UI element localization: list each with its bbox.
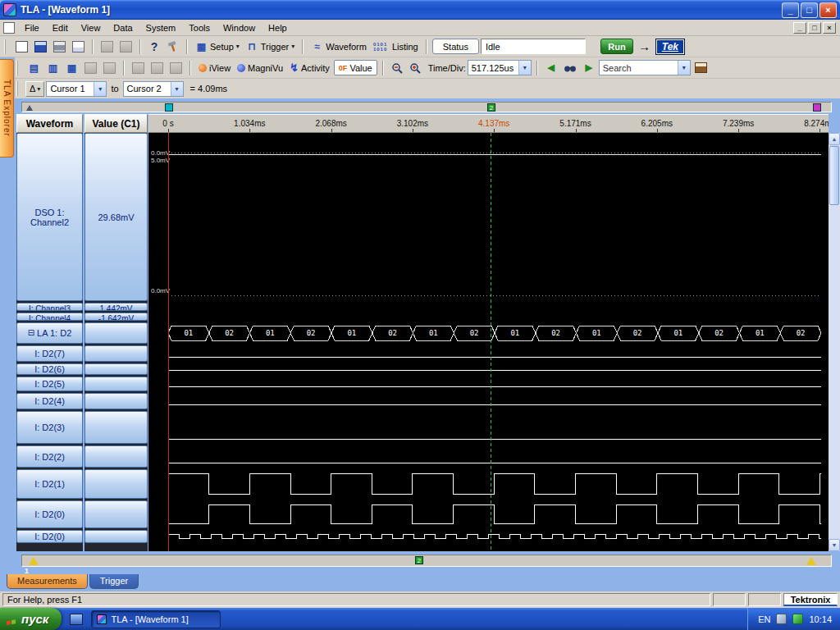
toolbar-grip[interactable] — [16, 81, 21, 96]
waveform-button[interactable]: ≈ Waveform — [308, 39, 369, 55]
row-value-4[interactable] — [84, 345, 148, 362]
language-indicator[interactable]: EN — [758, 614, 770, 624]
row-label-11[interactable]: I: D2(0) — [16, 500, 83, 528]
tray-icon-2[interactable] — [792, 614, 803, 624]
delta-measure-button[interactable]: Δ ▾ — [25, 81, 44, 97]
menu-system[interactable]: System — [139, 21, 183, 34]
value-button[interactable]: 0F Value — [334, 60, 377, 75]
row-value-8[interactable] — [84, 411, 148, 444]
row-value-6[interactable] — [84, 377, 148, 391]
save-button[interactable] — [32, 39, 49, 55]
minimize-button[interactable]: _ — [782, 2, 799, 18]
scroll-down-icon[interactable]: ▼ — [829, 539, 840, 551]
row-value-12[interactable] — [84, 530, 148, 543]
task-button-tla[interactable]: TLA - [Waveform 1] — [91, 610, 221, 628]
new-document-button[interactable] — [13, 39, 30, 55]
tray-icon-1[interactable] — [776, 614, 787, 624]
tools-hammer-icon[interactable] — [164, 39, 181, 55]
row-label-10[interactable]: I: D2(1) — [16, 469, 83, 499]
print-button[interactable] — [51, 39, 68, 55]
row-label-2[interactable]: I: Channel4 — [16, 313, 83, 321]
titlebar[interactable]: TLA - [Waveform 1] _ □ × — [0, 0, 840, 20]
chevron-down-icon[interactable]: ▾ — [678, 61, 690, 75]
lock-button[interactable] — [101, 60, 118, 76]
menu-tools[interactable]: Tools — [182, 21, 217, 34]
mdi-restore-button[interactable]: □ — [808, 22, 821, 34]
copy-button[interactable] — [98, 39, 116, 55]
maximize-button[interactable]: □ — [801, 2, 818, 18]
start-button[interactable]: пуск — [0, 608, 62, 630]
mark2-handle[interactable]: 2 — [415, 556, 423, 564]
bottom-marker-bar[interactable]: 2 — [21, 555, 832, 567]
paste-button[interactable] — [117, 39, 135, 55]
row-label-7[interactable]: I: D2(4) — [16, 393, 83, 409]
row-value-10[interactable] — [84, 469, 148, 499]
row-label-8[interactable]: I: D2(3) — [16, 411, 83, 444]
menu-edit[interactable]: Edit — [46, 21, 75, 34]
row-label-4[interactable]: I: D2(7) — [16, 345, 83, 362]
zoom-out-button[interactable] — [389, 60, 405, 76]
row-label-5[interactable]: I: D2(6) — [16, 363, 83, 375]
cursor2-select[interactable]: Cursor 2 ▾ — [123, 81, 184, 97]
waveform-plot[interactable]: 0.0mV5.0mV0.0mV0102010201020102010201020… — [148, 133, 829, 551]
timediv-select[interactable]: 517.125us ▾ — [468, 60, 532, 75]
row-label-3[interactable]: ⊟LA 1: D2 — [16, 322, 83, 344]
cursor1-handle[interactable] — [29, 557, 39, 565]
bus-expand-icon[interactable]: ⊟ — [28, 328, 34, 338]
top-marker-0[interactable] — [165, 103, 173, 112]
listing-button[interactable]: 01011010 Listing — [371, 39, 421, 55]
mdi-minimize-button[interactable]: _ — [793, 22, 806, 34]
vertical-scrollbar[interactable]: ▲ ▼ — [829, 133, 840, 551]
add-waveform-button[interactable]: ▤ — [25, 60, 43, 76]
close-button[interactable]: × — [819, 2, 837, 18]
chevron-down-icon[interactable]: ▾ — [518, 61, 531, 75]
edit-waveform-button[interactable]: ▥ — [44, 60, 62, 76]
row-value-7[interactable] — [84, 393, 148, 409]
menu-file[interactable]: File — [18, 21, 46, 34]
row-label-0[interactable]: DSO 1: Channel2 — [16, 133, 83, 301]
magnivu-button[interactable]: MagniVu — [235, 60, 285, 76]
row-value-11[interactable] — [84, 500, 148, 528]
find-next-button[interactable]: ▶ — [581, 60, 597, 76]
quick-launch-icon[interactable] — [70, 614, 83, 625]
zoom-in-button[interactable] — [407, 60, 423, 76]
value-column-header[interactable]: Value (C1) — [84, 114, 148, 133]
find-button[interactable] — [561, 60, 579, 76]
print-preview-button[interactable] — [70, 39, 87, 55]
tla-explorer-tab[interactable]: TLA Explorer — [0, 59, 14, 158]
waveform-column-header[interactable]: Waveform — [16, 114, 83, 133]
row-value-9[interactable] — [84, 445, 148, 468]
scrollbar-thumb[interactable] — [829, 146, 839, 205]
row-value-5[interactable] — [84, 363, 148, 375]
tab-measurements[interactable]: Measurements — [7, 574, 88, 589]
row-label-1[interactable]: I: Channel3 — [16, 303, 83, 311]
find-previous-button[interactable]: ◀ — [543, 60, 559, 76]
row-value-2[interactable]: -1.642mV — [84, 313, 148, 321]
chevron-down-icon[interactable]: ▾ — [171, 82, 183, 96]
trigger-button[interactable]: ⊓ Trigger ▾ — [244, 39, 297, 55]
row-value-0[interactable]: 29.68mV — [84, 133, 148, 301]
scroll-up-icon[interactable]: ▲ — [829, 133, 840, 145]
tab-trigger[interactable]: Trigger — [89, 574, 139, 589]
iview-button[interactable]: iView — [196, 60, 233, 76]
properties-button[interactable] — [82, 60, 99, 76]
help-icon[interactable]: ? — [146, 39, 162, 55]
row-label-9[interactable]: I: D2(2) — [16, 445, 83, 468]
row-label-12[interactable]: I: D2(0) — [16, 530, 83, 543]
cut-button[interactable] — [130, 60, 147, 76]
top-marker-2[interactable]: 2 — [487, 103, 495, 112]
goto-button[interactable]: ▦ — [63, 60, 80, 76]
row-value-1[interactable]: 1.442mV — [84, 303, 148, 311]
menu-window[interactable]: Window — [217, 21, 262, 34]
run-button[interactable]: Run — [600, 39, 633, 54]
top-marker-bar[interactable]: 2 — [21, 102, 832, 112]
paste-button[interactable] — [167, 60, 185, 76]
toolbar-grip[interactable] — [4, 39, 8, 54]
setup-button[interactable]: ▦ Setup ▾ — [193, 39, 242, 55]
top-marker-2[interactable] — [813, 103, 821, 112]
menu-view[interactable]: View — [75, 21, 107, 34]
search-select[interactable]: Search ▾ — [599, 60, 691, 75]
row-value-3[interactable] — [84, 322, 148, 344]
toolbar-grip[interactable] — [16, 61, 21, 75]
cursor2-handle[interactable] — [806, 557, 816, 565]
